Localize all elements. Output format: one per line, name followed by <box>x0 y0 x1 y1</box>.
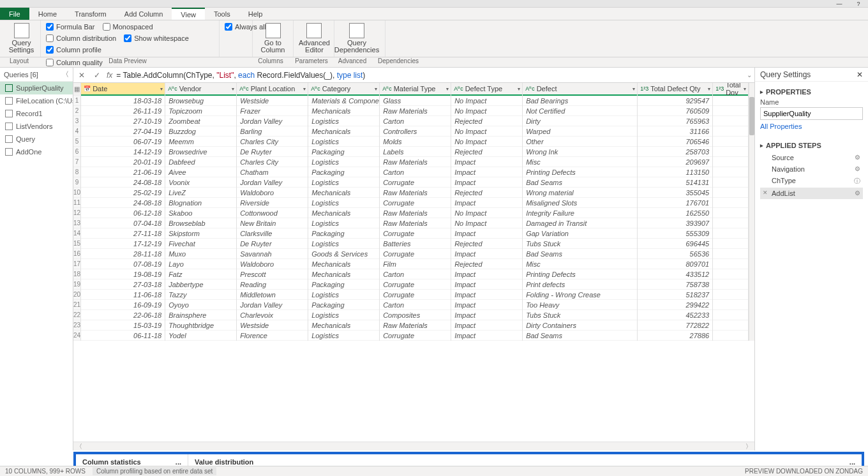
cell[interactable]: Logistics <box>308 157 379 167</box>
cell[interactable] <box>713 116 748 126</box>
cell[interactable] <box>713 147 748 157</box>
cell[interactable]: 452233 <box>638 310 712 320</box>
cell[interactable]: Print defects <box>523 279 637 290</box>
cell[interactable]: Integrity Failure <box>523 208 637 218</box>
cell[interactable]: Brainsphere <box>165 310 236 320</box>
cell[interactable]: Corrugate <box>380 177 451 188</box>
cell[interactable] <box>713 96 748 106</box>
cell[interactable]: Mechanicals <box>308 320 379 331</box>
stats-more-icon[interactable]: ... <box>176 458 181 466</box>
queries-collapse-icon[interactable]: 〈 <box>62 70 69 79</box>
cell[interactable]: No Impact <box>451 137 522 147</box>
cell[interactable]: 706546 <box>638 137 712 147</box>
cell[interactable]: Bad Bearings <box>523 96 637 106</box>
cell[interactable]: 11-06-18 <box>81 290 165 300</box>
cell[interactable]: Oyoyo <box>165 300 236 310</box>
cell[interactable]: Westside <box>237 96 308 106</box>
cell[interactable]: Bad Seams <box>523 177 637 188</box>
cell[interactable]: Warped <box>523 126 637 137</box>
cell[interactable]: Charlevoix <box>237 310 308 320</box>
cell[interactable]: Film <box>380 259 451 269</box>
scroll-right-icon[interactable]: 〉 <box>745 442 752 451</box>
cell[interactable]: 17-12-19 <box>81 239 165 249</box>
query-item[interactable]: FileLocation (C:\Users... <box>0 94 73 107</box>
cell[interactable] <box>713 106 748 116</box>
row-number[interactable]: 19 <box>73 279 80 290</box>
row-number[interactable]: 11 <box>73 198 80 208</box>
formula-cancel-button[interactable]: ✕ <box>76 71 87 80</box>
cell[interactable]: Logistics <box>308 331 379 341</box>
cell[interactable]: Impact <box>451 249 522 259</box>
row-number[interactable]: 16 <box>73 249 80 259</box>
cell[interactable]: Dirty Containers <box>523 320 637 331</box>
cell[interactable]: 06-07-19 <box>81 137 165 147</box>
cell[interactable]: Westside <box>237 320 308 331</box>
cell[interactable]: Barling <box>237 126 308 137</box>
cell[interactable]: 18-03-18 <box>81 96 165 106</box>
cell[interactable]: Carton <box>380 116 451 126</box>
cell[interactable]: Raw Materials <box>380 188 451 198</box>
row-number[interactable]: 2 <box>73 106 80 116</box>
cell[interactable]: Logistics <box>308 310 379 320</box>
cell[interactable]: Browseblab <box>165 218 236 228</box>
cell[interactable]: 809701 <box>638 259 712 269</box>
cell[interactable]: 24-08-18 <box>81 198 165 208</box>
vertical-scrollbar[interactable] <box>749 83 754 341</box>
minimize-button[interactable]: — <box>830 0 849 8</box>
cell[interactable]: 176701 <box>638 198 712 208</box>
row-number[interactable]: 5 <box>73 137 80 147</box>
formula-accept-button[interactable]: ✓ <box>91 71 103 80</box>
cell[interactable]: Labels <box>380 147 451 157</box>
cell[interactable]: Folding - Wrong Crease <box>523 290 637 300</box>
row-number[interactable]: 8 <box>73 167 80 177</box>
horizontal-scrollbar[interactable]: 〈 〉 <box>73 442 754 450</box>
cell[interactable]: Not Certified <box>523 106 637 116</box>
row-number[interactable]: 18 <box>73 269 80 279</box>
cell[interactable]: Layo <box>165 259 236 269</box>
row-number[interactable]: 22 <box>73 310 80 320</box>
cell[interactable]: Meemm <box>165 137 236 147</box>
query-dependencies-button[interactable]: Query Dependencies <box>340 22 374 54</box>
row-number[interactable]: 9 <box>73 177 80 188</box>
cell[interactable]: Impact <box>451 300 522 310</box>
cell[interactable]: Waldoboro <box>237 188 308 198</box>
cell[interactable]: Rejected <box>451 188 522 198</box>
row-number[interactable]: 6 <box>73 147 80 157</box>
column-quality-checkbox[interactable]: Column quality <box>46 57 103 68</box>
cell[interactable]: Impact <box>451 228 522 239</box>
cell[interactable] <box>713 218 748 228</box>
cell[interactable] <box>713 249 748 259</box>
cell[interactable]: No Impact <box>451 218 522 228</box>
cell[interactable]: Mechanicals <box>308 259 379 269</box>
tab-add-column[interactable]: Add Column <box>116 8 172 20</box>
cell[interactable]: 16-09-19 <box>81 300 165 310</box>
cell[interactable]: 27-11-18 <box>81 228 165 239</box>
cell[interactable]: LiveZ <box>165 188 236 198</box>
cell[interactable]: Muxo <box>165 249 236 259</box>
applied-steps-header[interactable]: APPLIED STEPS <box>760 142 863 149</box>
gear-icon[interactable]: ⚙ <box>855 165 860 173</box>
applied-step[interactable]: AddList⚙ <box>760 188 863 199</box>
cell[interactable] <box>713 126 748 137</box>
cell[interactable]: Mechanicals <box>308 126 379 137</box>
column-header[interactable]: AᴮcVendor▾ <box>165 83 236 96</box>
cell[interactable]: 299422 <box>638 300 712 310</box>
cell[interactable]: 555309 <box>638 228 712 239</box>
cell[interactable]: Other <box>523 137 637 147</box>
cell[interactable]: Packaging <box>308 279 379 290</box>
cell[interactable]: 393907 <box>638 218 712 228</box>
cell[interactable]: 06-11-18 <box>81 331 165 341</box>
cell[interactable]: Buzzdog <box>165 126 236 137</box>
cell[interactable]: 696445 <box>638 239 712 249</box>
cell[interactable]: Packaging <box>308 167 379 177</box>
all-properties-link[interactable]: All Properties <box>760 123 802 130</box>
tab-tools[interactable]: Tools <box>205 8 239 20</box>
cell[interactable]: Impact <box>451 310 522 320</box>
cell[interactable]: Misc <box>523 259 637 269</box>
cell[interactable]: Florence <box>237 331 308 341</box>
cell[interactable]: Jabbertype <box>165 279 236 290</box>
cell[interactable]: Carton <box>380 269 451 279</box>
cell[interactable]: Thoughtbridge <box>165 320 236 331</box>
cell[interactable]: Mechanicals <box>308 188 379 198</box>
cell[interactable]: Jordan Valley <box>237 300 308 310</box>
